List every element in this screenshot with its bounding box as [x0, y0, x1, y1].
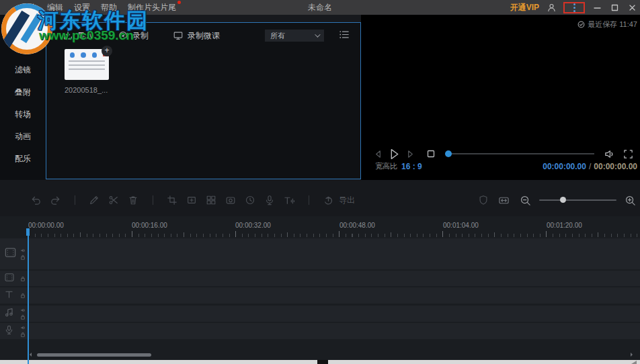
playhead-handle[interactable] — [26, 228, 30, 236]
track-lock-icon[interactable] — [20, 293, 26, 298]
preview-panel: 最近保存 11:47 — [361, 15, 640, 180]
media-filter-value: 所有 — [270, 31, 315, 41]
ruler-tick-label: 00:00:32.00 — [235, 222, 271, 229]
new-feature-dot — [177, 1, 181, 4]
sidebar-item-music[interactable]: 配乐 — [0, 148, 46, 170]
ruler-tick-label: 00:01:20.00 — [547, 222, 582, 229]
aspect-ratio-label: 宽高比 — [375, 161, 397, 171]
pip-track[interactable] — [0, 271, 640, 286]
track-lock-icon[interactable] — [20, 332, 26, 337]
sidebar-item-animation[interactable]: 动画 — [0, 126, 46, 148]
menu-settings[interactable]: 设置 — [74, 2, 90, 13]
track-mute-icon[interactable] — [20, 308, 26, 313]
seek-handle[interactable] — [445, 150, 452, 157]
record-icon — [118, 30, 128, 41]
preview-seek-slider[interactable] — [445, 153, 594, 154]
voiceover-icon[interactable] — [264, 194, 276, 206]
track-lock-icon[interactable] — [20, 314, 26, 320]
minimize-button[interactable] — [592, 2, 602, 13]
ruler-tick-label: 00:01:04.00 — [443, 222, 479, 229]
record-button[interactable]: 录制 — [118, 30, 149, 42]
voiceover-track[interactable] — [0, 323, 640, 339]
play-button[interactable] — [387, 147, 401, 161]
thumb-content — [70, 52, 75, 58]
more-menu-icon[interactable] — [573, 3, 575, 12]
music-track[interactable] — [0, 306, 640, 322]
current-time: 00:00:00.00 — [543, 162, 586, 171]
text-track[interactable] — [0, 287, 640, 304]
menu-make-intro-outro[interactable]: 制作片头片尾 — [128, 2, 176, 13]
next-frame-button[interactable] — [405, 149, 415, 159]
scrollbar-thumb[interactable] — [37, 353, 151, 357]
menu-help[interactable]: 帮助 — [101, 2, 117, 13]
fit-timeline-icon[interactable] — [497, 194, 510, 206]
list-view-icon[interactable] — [339, 30, 350, 42]
delete-icon[interactable] — [127, 194, 139, 206]
media-clip-name: 20200518_... — [65, 86, 118, 94]
pip-track-icon — [4, 272, 15, 285]
total-time: 00:00:00.00 — [594, 162, 637, 171]
import-label: 导入 — [77, 30, 93, 42]
timeline-zoom-handle[interactable] — [560, 197, 566, 203]
redo-icon[interactable] — [49, 194, 61, 206]
fullscreen-icon[interactable] — [623, 149, 633, 159]
account-icon[interactable] — [546, 2, 557, 13]
vip-button[interactable]: 开通VIP — [510, 2, 539, 13]
split-icon[interactable] — [205, 194, 217, 206]
edit-toolbar: 导出 — [0, 188, 640, 212]
export-icon[interactable] — [322, 194, 334, 206]
screen-record-icon — [173, 30, 184, 41]
marker-icon[interactable] — [477, 194, 489, 206]
crop-icon[interactable] — [166, 194, 178, 206]
video-track[interactable] — [0, 238, 640, 269]
duration-icon[interactable] — [244, 194, 256, 206]
import-icon — [63, 30, 73, 41]
menu-edit[interactable]: 编辑 — [47, 2, 63, 13]
close-button[interactable] — [627, 2, 637, 13]
scroll-right-arrow[interactable] — [631, 353, 633, 357]
menu-make-intro-outro-label: 制作片头片尾 — [128, 3, 176, 12]
maximize-button[interactable] — [609, 2, 620, 13]
sidebar-item-transition[interactable]: 转场 — [0, 103, 46, 126]
text-to-speech-icon[interactable] — [283, 194, 295, 206]
record-lesson-button[interactable]: 录制微课 — [173, 30, 220, 42]
add-to-track-button[interactable]: + — [102, 46, 112, 56]
menu-dots-highlight-box — [563, 2, 585, 13]
media-filter-dropdown[interactable]: 所有 — [265, 30, 324, 42]
snapshot-icon[interactable] — [225, 194, 237, 206]
sidebar-item-media[interactable]: 媒体 — [0, 15, 46, 37]
sidebar-item-filter[interactable]: 滤镜 — [0, 59, 46, 81]
saved-check-icon — [577, 21, 585, 28]
timeline-zoom-slider[interactable] — [539, 199, 616, 201]
stop-button[interactable] — [426, 149, 436, 158]
undo-icon[interactable] — [30, 194, 42, 206]
sidebar-item-text[interactable]: 文字 — [0, 37, 46, 59]
media-clip-thumbnail[interactable]: + — [65, 49, 109, 80]
canvas-scale-icon[interactable] — [186, 194, 198, 206]
toolbar-divider — [147, 195, 159, 205]
music-track-icon — [4, 307, 15, 320]
record-lesson-label: 录制微课 — [188, 30, 220, 42]
scroll-left-arrow[interactable] — [30, 353, 32, 357]
toolbar-divider — [69, 195, 81, 205]
menu-file[interactable]: 文件 — [20, 2, 36, 13]
import-button[interactable]: 导入 — [63, 30, 93, 42]
chevron-down-icon — [315, 32, 320, 37]
toolbar-divider — [303, 195, 315, 205]
aspect-ratio-value[interactable]: 16 : 9 — [401, 162, 422, 171]
timeline-hscrollbar — [0, 353, 640, 357]
sidebar-item-overlay[interactable]: 叠附 — [0, 81, 46, 103]
cut-icon[interactable] — [108, 194, 120, 206]
export-button[interactable]: 导出 — [339, 195, 355, 206]
zoom-in-icon[interactable] — [624, 194, 636, 206]
ruler-tick-label: 00:00:16.00 — [132, 222, 167, 229]
track-mute-icon[interactable] — [20, 248, 26, 253]
previous-frame-button[interactable] — [373, 149, 383, 159]
track-lock-icon[interactable] — [20, 255, 26, 260]
volume-icon[interactable] — [604, 148, 615, 160]
track-mute-icon[interactable] — [20, 325, 26, 330]
zoom-out-icon[interactable] — [519, 194, 531, 206]
edit-icon[interactable] — [88, 194, 100, 206]
video-track-icon — [4, 246, 17, 262]
track-lock-icon[interactable] — [20, 276, 26, 281]
